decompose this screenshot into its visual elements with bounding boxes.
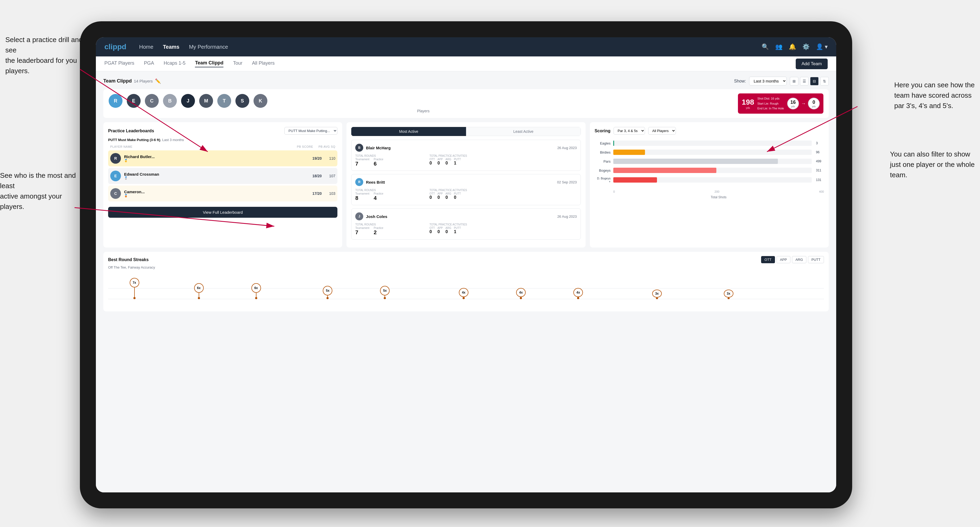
streak-pin-6x-2: 6x (251, 283, 261, 299)
settings-icon[interactable]: ⚙️ (802, 43, 810, 50)
leaderboard-title: Practice Leaderboards (108, 129, 154, 133)
drill-dropdown[interactable]: PUTT Must Make Putting... (285, 127, 337, 135)
list-view-icon[interactable]: ☰ (800, 77, 808, 86)
col-player-name: PLAYER NAME (110, 145, 297, 148)
chart-x-axis: 0 200 400 (595, 190, 824, 193)
ott-3: 0 (430, 229, 435, 234)
avatar-2[interactable]: E (127, 94, 141, 108)
pin-label-5x-1: 5x (323, 286, 332, 295)
avatar-9[interactable]: K (253, 94, 267, 108)
filter-ott[interactable]: OTT (761, 256, 775, 263)
par-filter-dropdown[interactable]: Par 3, 4 & 5s (614, 127, 645, 135)
lb-avatar-3: C (110, 188, 121, 199)
avatar-5[interactable]: J (181, 94, 195, 108)
pin-label-4x-2: 4x (516, 288, 526, 297)
pin-line-6x-2 (256, 293, 256, 297)
bar-track-birdies (613, 149, 812, 155)
pin-label-3x-1: 3x (652, 290, 662, 298)
yardage1: 16 yds (787, 98, 799, 110)
show-dropdown[interactable]: Last 3 months (749, 77, 787, 86)
team-name: Team Clippd (103, 78, 132, 84)
search-icon[interactable]: 🔍 (762, 43, 769, 50)
edit-team-icon[interactable]: ✏️ (155, 78, 161, 84)
filter-app[interactable]: APP (776, 256, 791, 263)
pin-label-4x-3: 4x (573, 288, 583, 297)
sub-nav-hcaps[interactable]: Hcaps 1-5 (164, 60, 185, 67)
filter-view-icon[interactable]: ⇅ (820, 77, 829, 86)
most-active-tab[interactable]: Most Active (351, 127, 466, 136)
nav-link-home[interactable]: Home (139, 44, 153, 50)
bell-icon[interactable]: 🔔 (789, 43, 796, 50)
avatar-4[interactable]: B (163, 94, 177, 108)
nav-logo: clippd (104, 43, 126, 51)
filter-putt[interactable]: PUTT (808, 256, 824, 263)
streak-pin-4x-2: 4x (516, 288, 526, 299)
bar-row-birdies: Birdies 96 (595, 149, 824, 155)
bar-row-bogeys: Bogeys 311 (595, 168, 824, 173)
bar-label-birdies: Birdies (595, 151, 611, 154)
player-date-1: 26 Aug 2023 (557, 146, 577, 150)
pin-label-3x-2: 3x (724, 290, 733, 298)
avatar-8[interactable]: S (235, 94, 249, 108)
least-active-tab[interactable]: Least Active (466, 127, 581, 136)
player-date-3: 26 Aug 2023 (557, 214, 577, 219)
scoring-header: Scoring Par 3, 4 & 5s All Players (595, 127, 824, 135)
sub-nav-tour[interactable]: Tour (233, 60, 242, 67)
tournament-2: 8 (355, 195, 369, 201)
leaderboard-row-3: C Cameron... 🥉 17/20 103 (108, 186, 337, 202)
player-name-3: J Josh Coles (355, 213, 387, 221)
leaderboard-header: Practice Leaderboards PUTT Must Make Put… (108, 127, 337, 135)
ipad-frame: clippd Home Teams My Performance 🔍 👥 🔔 ⚙… (80, 21, 852, 508)
nav-link-teams[interactable]: Teams (163, 44, 180, 50)
app-1: 0 (438, 161, 443, 165)
practice-leaderboards-panel: Practice Leaderboards PUTT Must Make Put… (103, 122, 342, 248)
practice-3: 2 (374, 229, 383, 236)
arg-2: 0 (445, 195, 451, 200)
practice-2: 4 (374, 195, 383, 201)
avatar-7[interactable]: T (217, 94, 231, 108)
view-full-leaderboard-button[interactable]: View Full Leaderboard (108, 207, 337, 218)
streak-pin-4x-1: 4x (459, 288, 468, 299)
lb-name-3: Cameron... (124, 189, 309, 194)
sub-nav-team-clippd[interactable]: Team Clippd (195, 60, 223, 67)
add-team-button[interactable]: Add Team (796, 59, 828, 69)
team-header: Team Clippd 14 Players ✏️ Show: Last 3 m… (103, 77, 829, 86)
player-count: 14 Players (134, 79, 153, 83)
bar-track-bogeys (613, 168, 812, 173)
users-icon[interactable]: 👥 (775, 43, 783, 50)
players-filter-dropdown[interactable]: All Players (648, 127, 676, 135)
lb-name-1: Richard Butler... (124, 154, 309, 159)
lb-avg-3: 103 (329, 191, 335, 195)
bar-row-dbogeys: D. Bogeys + 131 (595, 177, 824, 183)
scoring-title: Scoring (595, 129, 611, 133)
avatar-1[interactable]: R (109, 94, 123, 108)
nav-link-performance[interactable]: My Performance (189, 44, 228, 50)
ott-1: 0 (430, 161, 435, 165)
card-view-icon[interactable]: ⊟ (810, 77, 819, 86)
activity-tabs: Most Active Least Active (351, 127, 581, 136)
best-round-streaks-section: Best Round Streaks OTT APP ARG PUTT Off … (103, 252, 829, 311)
filter-arg[interactable]: ARG (792, 256, 807, 263)
top-nav: clippd Home Teams My Performance 🔍 👥 🔔 ⚙… (96, 37, 836, 56)
streak-pin-5x-1: 5x (323, 286, 332, 299)
practice-1: 6 (374, 161, 383, 167)
bar-value-bogeys: 311 (816, 168, 824, 172)
pin-dot-4x-1 (463, 297, 465, 299)
sub-nav-pgat[interactable]: PGAT Players (104, 60, 134, 67)
avatars-section: R E C B J M T S K Players 198 (103, 89, 829, 118)
player-avatar-2: R (355, 178, 363, 186)
bar-chart: Eagles 3 Birdies 96 (595, 138, 824, 189)
sub-nav-all-players[interactable]: All Players (252, 60, 275, 67)
profile-icon[interactable]: 👤 ▾ (816, 43, 828, 50)
avatar-3[interactable]: C (145, 94, 159, 108)
avatar-6[interactable]: M (199, 94, 213, 108)
streak-pin-7x-1: 7x (130, 278, 139, 299)
grid-view-icon[interactable]: ⊞ (790, 77, 799, 86)
lb-badge-2: 🥈 (124, 176, 309, 180)
shot-distance: 198 (741, 98, 754, 106)
avatar-list: R E C B J M T S K (109, 94, 738, 108)
pin-dot-6x-2 (255, 297, 257, 299)
streak-pin-6x-1: 6x (194, 283, 204, 299)
sub-nav-pga[interactable]: PGA (144, 60, 154, 67)
putt-3: 1 (454, 229, 461, 234)
